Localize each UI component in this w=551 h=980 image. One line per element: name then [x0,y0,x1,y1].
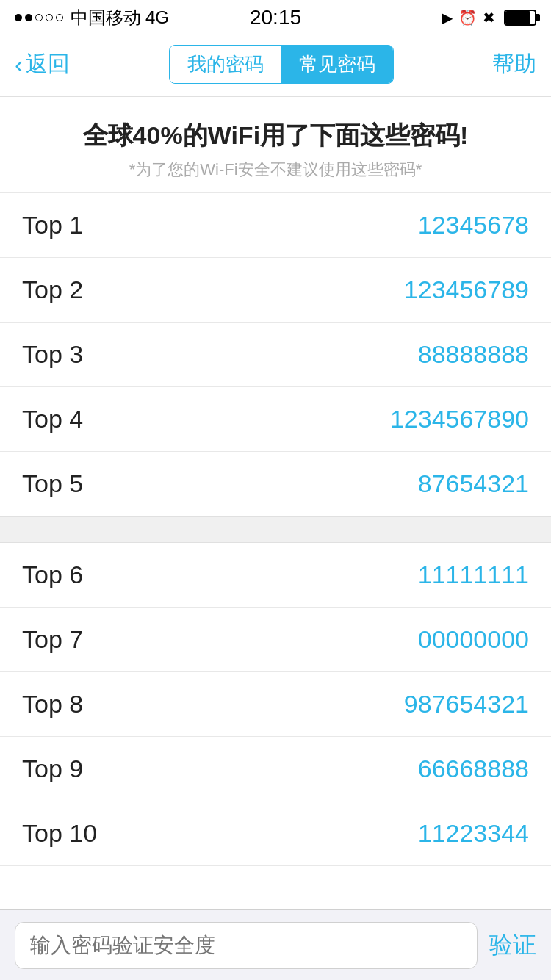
signal-dot-3 [35,14,43,21]
password-verify-input[interactable] [15,922,478,969]
list-item[interactable]: Top 7 00000000 [0,608,551,672]
password-list-section1: Top 1 12345678 Top 2 123456789 Top 3 888… [0,193,551,516]
item-rank: Top 5 [22,469,83,498]
item-rank: Top 1 [22,211,83,239]
signal-dots [15,14,63,21]
item-password: 11111111 [418,561,529,589]
item-password: 123456789 [404,275,529,304]
list-item[interactable]: Top 1 12345678 [0,193,551,258]
list-item[interactable]: Top 4 1234567890 [0,387,551,452]
item-password: 1234567890 [390,405,529,433]
status-bar: 中国移动 4G 20:15 ▶ ⏰ ✖ [0,0,551,32]
battery-fill [505,11,530,24]
battery-icon [504,10,536,26]
item-rank: Top 6 [22,561,83,589]
carrier-text: 中国移动 [71,6,141,29]
item-rank: Top 2 [22,275,83,304]
page-header: 全球40%的WiFi用了下面这些密码! *为了您的Wi-Fi安全不建议使用这些密… [0,97,551,193]
signal-dot-5 [56,14,63,21]
item-rank: Top 3 [22,340,83,369]
nav-bar: ‹ 返回 我的密码 常见密码 帮助 [0,32,551,97]
header-title: 全球40%的WiFi用了下面这些密码! [15,119,536,153]
list-item[interactable]: Top 9 66668888 [0,737,551,801]
list-item[interactable]: Top 5 87654321 [0,452,551,516]
item-password: 66668888 [418,754,529,783]
list-item[interactable]: Top 3 88888888 [0,323,551,387]
item-rank: Top 9 [22,754,83,783]
bluetooth-icon: ✖ [483,9,495,26]
my-password-tab[interactable]: 我的密码 [170,46,281,83]
item-rank: Top 8 [22,690,83,718]
password-list-section2: Top 6 11111111 Top 7 00000000 Top 8 9876… [0,543,551,866]
verify-button[interactable]: 验证 [489,929,536,962]
status-right: ▶ ⏰ ✖ [442,9,536,26]
list-item[interactable]: Top 6 11111111 [0,543,551,608]
item-rank: Top 7 [22,625,83,654]
item-password: 00000000 [418,625,529,654]
list-item[interactable]: Top 8 987654321 [0,672,551,737]
header-subtitle: *为了您的Wi-Fi安全不建议使用这些密码* [15,159,536,181]
back-arrow-icon: ‹ [15,50,23,79]
help-button[interactable]: 帮助 [492,49,536,79]
location-icon: ▶ [442,9,453,26]
item-rank: Top 10 [22,819,97,848]
network-type: 4G [145,7,169,28]
item-password: 88888888 [418,340,529,369]
bottom-input-area: 验证 [0,909,551,980]
signal-dot-4 [46,14,53,21]
item-password: 12345678 [418,211,529,239]
segment-control: 我的密码 常见密码 [169,45,394,84]
item-password: 11223344 [418,819,529,848]
item-rank: Top 4 [22,405,83,433]
back-label: 返回 [26,49,70,79]
item-password: 987654321 [404,690,529,718]
section-divider [0,516,551,543]
list-item[interactable]: Top 10 11223344 [0,801,551,866]
list-item[interactable]: Top 2 123456789 [0,258,551,323]
signal-dot-1 [15,14,22,21]
common-password-tab[interactable]: 常见密码 [281,46,393,83]
item-password: 87654321 [418,469,529,498]
clock-icon: ⏰ [458,9,477,26]
status-time: 20:15 [250,6,301,29]
signal-dot-2 [25,14,32,21]
back-button[interactable]: ‹ 返回 [15,49,70,79]
status-left: 中国移动 4G [15,6,169,29]
